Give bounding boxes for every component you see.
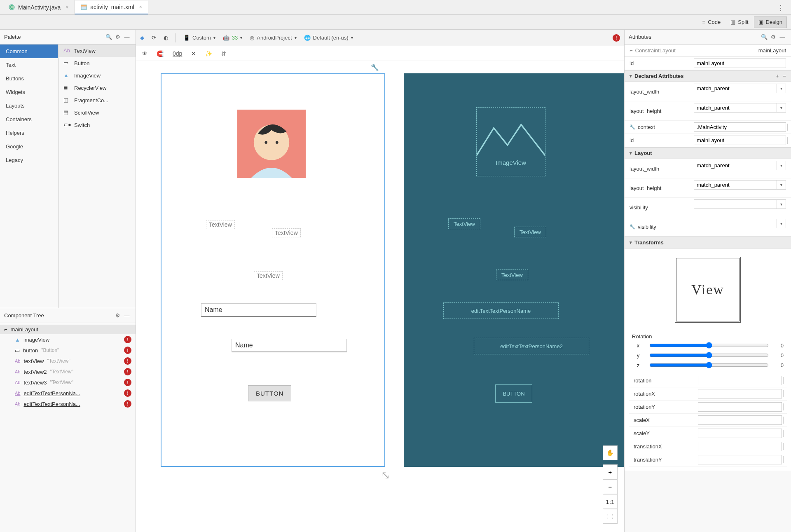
attr-more-icon[interactable] bbox=[694, 112, 694, 119]
dropdown-arrow-icon[interactable]: ▾ bbox=[777, 161, 786, 170]
transform-field-input[interactable] bbox=[698, 389, 782, 398]
viewmode-code[interactable]: ≡ Code bbox=[698, 16, 725, 28]
minimize-icon[interactable]: — bbox=[778, 34, 787, 40]
attr-more-icon[interactable] bbox=[787, 137, 788, 144]
attr-more-icon[interactable] bbox=[783, 456, 784, 463]
transform-field-input[interactable] bbox=[698, 402, 782, 412]
preview-edittext1[interactable]: Name bbox=[201, 303, 316, 317]
palette-cat-widgets[interactable]: Widgets bbox=[0, 85, 58, 99]
layout-section[interactable]: ▾ Layout bbox=[625, 147, 791, 159]
preview-textview2[interactable]: TextView bbox=[272, 228, 301, 237]
preview-imageview[interactable] bbox=[237, 110, 306, 178]
attr-more-icon[interactable] bbox=[783, 377, 784, 384]
attr-more-icon[interactable] bbox=[694, 209, 694, 216]
attr-more-icon[interactable] bbox=[787, 124, 788, 131]
tab-overflow-icon[interactable]: ⋮ bbox=[777, 3, 785, 12]
default-margins[interactable]: 0dp bbox=[173, 50, 182, 57]
attr-more-icon[interactable] bbox=[783, 403, 784, 410]
infer-constraints-icon[interactable]: ✨ bbox=[205, 50, 212, 57]
palette-cat-google[interactable]: Google bbox=[0, 140, 58, 153]
attr-more-icon[interactable] bbox=[694, 170, 694, 177]
design-canvas[interactable]: 🔧 TextView TextView TextView Name Name bbox=[136, 61, 624, 532]
pan-button[interactable]: ✋ bbox=[603, 445, 618, 460]
zoom-fit-button[interactable]: ⛶ bbox=[603, 509, 618, 524]
attr-input[interactable] bbox=[694, 219, 777, 228]
zoom-in-button[interactable]: + bbox=[603, 464, 618, 479]
palette-item-switch[interactable]: ⊂●Switch bbox=[59, 119, 136, 131]
close-icon[interactable]: × bbox=[66, 5, 68, 10]
theme-dropdown[interactable]: ◎AndroidProject▾ bbox=[250, 35, 296, 41]
attr-more-icon[interactable] bbox=[783, 390, 784, 397]
attr-more-icon[interactable] bbox=[694, 228, 694, 235]
tree-item-textview3[interactable]: AbtextView3"TextView"! bbox=[0, 377, 136, 388]
blueprint-edittext1[interactable]: editTextTextPersonName bbox=[443, 302, 559, 319]
viewmode-design[interactable]: ▣ Design bbox=[754, 16, 787, 28]
transforms-section[interactable]: ▾ Transforms bbox=[625, 237, 791, 248]
api-dropdown[interactable]: 🤖33▾ bbox=[223, 35, 242, 41]
guidelines-icon[interactable]: ⇵ bbox=[221, 50, 226, 57]
tab-mainactivity[interactable]: C MainActivity.java × bbox=[2, 0, 75, 14]
attr-input[interactable] bbox=[694, 136, 786, 145]
blueprint-textview3[interactable]: TextView bbox=[496, 270, 528, 280]
dropdown-arrow-icon[interactable]: ▾ bbox=[777, 199, 786, 209]
palette-cat-layouts[interactable]: Layouts bbox=[0, 99, 58, 112]
night-mode-icon[interactable]: ◐ bbox=[164, 35, 168, 41]
palette-item-recyclerview[interactable]: ≣RecyclerView bbox=[59, 82, 136, 94]
tree-item-textview2[interactable]: AbtextView2"TextView"! bbox=[0, 366, 136, 377]
gear-icon[interactable]: ⚙ bbox=[113, 34, 122, 40]
dropdown-arrow-icon[interactable]: ▾ bbox=[777, 103, 786, 112]
gear-icon[interactable]: ⚙ bbox=[769, 34, 778, 40]
dropdown-arrow-icon[interactable]: ▾ bbox=[777, 180, 786, 190]
attr-input[interactable] bbox=[694, 84, 777, 93]
tree-item-edittext2[interactable]: AbeditTextTextPersonNa...! bbox=[0, 398, 136, 409]
palette-cat-legacy[interactable]: Legacy bbox=[0, 153, 58, 167]
resize-handle-icon[interactable]: ⤡ bbox=[381, 469, 390, 482]
minimize-icon[interactable]: — bbox=[122, 34, 131, 40]
rotation-slider[interactable] bbox=[649, 352, 769, 359]
transform-field-input[interactable] bbox=[698, 455, 782, 464]
search-icon[interactable]: 🔍 bbox=[104, 34, 113, 40]
preview-textview1[interactable]: TextView bbox=[206, 220, 235, 229]
palette-item-button[interactable]: ▭Button bbox=[59, 57, 136, 69]
palette-item-scrollview[interactable]: ▤ScrollView bbox=[59, 106, 136, 119]
palette-cat-buttons[interactable]: Buttons bbox=[0, 72, 58, 85]
rotation-slider[interactable] bbox=[649, 362, 769, 368]
blueprint-imageview[interactable]: ImageView bbox=[476, 107, 545, 176]
error-badge[interactable]: ! bbox=[613, 34, 620, 42]
search-icon[interactable]: 🔍 bbox=[760, 34, 769, 40]
close-icon[interactable]: × bbox=[139, 4, 142, 10]
zoom-out-button[interactable]: − bbox=[603, 479, 618, 494]
orientation-icon[interactable]: ⟳ bbox=[152, 35, 156, 41]
palette-cat-containers[interactable]: Containers bbox=[0, 112, 58, 126]
surface-select-icon[interactable]: ◆ bbox=[140, 35, 144, 41]
minimize-icon[interactable]: — bbox=[122, 312, 131, 319]
gear-icon[interactable]: ⚙ bbox=[113, 312, 122, 319]
attr-input[interactable] bbox=[694, 103, 777, 112]
add-icon[interactable]: + bbox=[776, 73, 779, 79]
transform-field-input[interactable] bbox=[698, 429, 782, 438]
tree-item-textview[interactable]: AbtextView"TextView"! bbox=[0, 356, 136, 366]
device-dropdown[interactable]: 📱Custom▾ bbox=[183, 35, 215, 41]
device-blueprint[interactable]: ImageView TextView TextView TextView edi… bbox=[404, 73, 624, 467]
zoom-reset-button[interactable]: 1:1 bbox=[603, 494, 618, 509]
transform-field-input[interactable] bbox=[698, 415, 782, 425]
attr-more-icon[interactable] bbox=[694, 93, 694, 100]
tab-activitymain[interactable]: activity_main.xml × bbox=[75, 0, 148, 14]
attr-input[interactable] bbox=[694, 180, 777, 190]
locale-dropdown[interactable]: 🌐Default (en-us)▾ bbox=[304, 35, 353, 41]
palette-cat-text[interactable]: Text bbox=[0, 58, 58, 72]
palette-cat-common[interactable]: Common bbox=[0, 45, 58, 58]
preview-edittext2[interactable]: Name bbox=[232, 339, 347, 352]
transform-field-input[interactable] bbox=[698, 442, 782, 451]
dropdown-arrow-icon[interactable]: ▾ bbox=[777, 219, 786, 228]
blueprint-textview2[interactable]: TextView bbox=[514, 227, 546, 237]
remove-icon[interactable]: − bbox=[783, 73, 786, 79]
tree-item-edittext1[interactable]: AbeditTextTextPersonNa...! bbox=[0, 388, 136, 398]
autoconnect-icon[interactable]: 🧲 bbox=[157, 50, 164, 57]
tree-root[interactable]: ⌐ mainLayout bbox=[0, 325, 136, 334]
attr-input[interactable] bbox=[694, 161, 777, 170]
attr-input[interactable] bbox=[694, 199, 777, 209]
rotation-slider[interactable] bbox=[649, 342, 769, 349]
viewmode-split[interactable]: ▥ Split bbox=[726, 16, 753, 28]
palette-cat-helpers[interactable]: Helpers bbox=[0, 126, 58, 140]
